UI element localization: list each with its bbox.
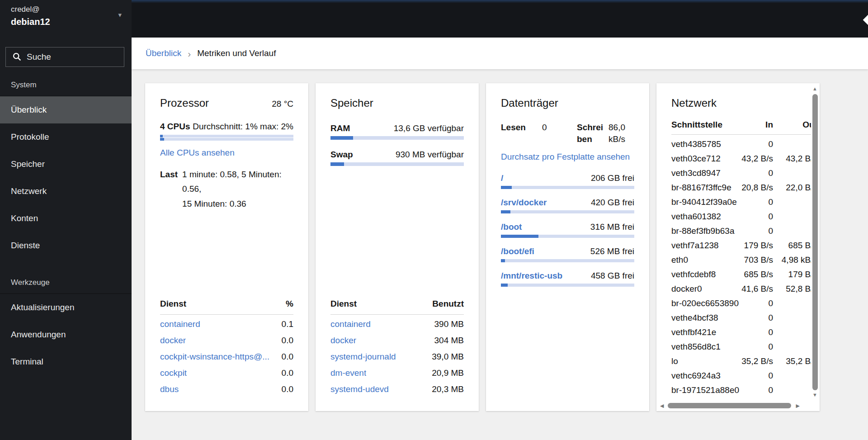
mount-path-link[interactable]: /mnt/restic-usb — [501, 271, 562, 281]
interface-name: br-88167f3ffc9e — [671, 183, 727, 193]
service-link[interactable]: dbus — [160, 384, 179, 394]
service-link[interactable]: systemd-udevd — [330, 384, 389, 394]
sidebar-item[interactable]: Protokolle — [0, 123, 132, 151]
cpu-service-table: Dienst % containerd 0.1 docker 0.0 — [160, 299, 293, 397]
cpu-temperature: 28 °C — [272, 99, 293, 109]
service-link[interactable]: containerd — [330, 319, 371, 329]
memory-meter: RAM 13,6 GB verfügbar — [330, 123, 464, 140]
service-link[interactable]: containerd — [160, 319, 200, 329]
sidebar-item[interactable]: Aktualisierungen — [0, 294, 132, 321]
clipped-edge-indicator — [863, 15, 868, 25]
search-input[interactable] — [5, 47, 124, 67]
interface-row: br-88ef3fb9b63a 0 0 — [671, 224, 811, 238]
load-values: 1 minute: 0.58, 5 Minuten: 0.56, 15 Minu… — [182, 167, 293, 211]
interface-name: vethe4bcf38 — [671, 313, 727, 323]
mount-path-link[interactable]: / — [501, 173, 503, 183]
breadcrumb-link-overview[interactable]: Überblick — [146, 48, 181, 58]
memory-meter-label: RAM — [330, 123, 350, 133]
column-used: Benutzt — [432, 299, 464, 309]
sidebar-item[interactable]: Netzwerk — [0, 178, 132, 205]
view-all-cpus-link[interactable]: Alle CPUs ansehen — [160, 148, 235, 158]
service-link[interactable]: dm-event — [330, 368, 366, 378]
cpu-card-title: Prozessor — [160, 97, 209, 109]
scroll-left-icon[interactable]: ◀ — [660, 403, 664, 408]
service-link[interactable]: cockpit — [160, 368, 187, 378]
interface-out: 0 — [773, 226, 811, 236]
service-row: docker 304 MB — [330, 332, 464, 349]
interface-name: br-88ef3fb9b63a — [671, 226, 727, 236]
column-out: Out — [773, 120, 811, 130]
interface-row: vetha601382 0 0 — [671, 209, 811, 224]
interface-row: veth856d8c1 0 0 — [671, 340, 811, 354]
mount-path-link[interactable]: /srv/docker — [501, 198, 547, 208]
sidebar-item[interactable]: Dienste — [0, 232, 132, 259]
masthead — [132, 0, 868, 38]
interface-name: lo — [671, 356, 727, 366]
interface-row: docker0 41,6 B/s 52,8 B/s — [671, 282, 811, 296]
service-value: 304 MB — [434, 336, 464, 345]
memory-service-table: Dienst Benutzt containerd 390 MB docker … — [330, 299, 464, 397]
interface-in: 0 — [727, 298, 773, 308]
interface-in: 703 B/s — [727, 255, 773, 265]
mount-row: / 206 GB frei — [501, 173, 634, 183]
interface-out: 0 — [773, 371, 811, 381]
vertical-scrollbar-thumb[interactable] — [812, 94, 818, 390]
horizontal-scrollbar[interactable]: ◀ ▶ — [660, 402, 808, 409]
disk-write-value: 86,0 kB/s — [609, 122, 634, 145]
service-link[interactable]: systemd-journald — [330, 352, 396, 362]
sidebar-item[interactable]: Anwendungen — [0, 321, 132, 348]
sidebar-item[interactable]: Terminal — [0, 348, 132, 375]
interface-row: eth0 703 B/s 4,98 kB/s — [671, 253, 811, 267]
interface-in: 0 — [727, 212, 773, 222]
interface-out: 52,8 B/s — [773, 284, 811, 294]
network-table-rows: veth4385785 0 0 veth03ce712 43,2 B/s 43,… — [671, 137, 811, 397]
interface-in: 179 B/s — [727, 241, 773, 251]
service-value: 0.0 — [282, 352, 293, 362]
nav-items: Aktualisierungen Anwendungen Terminal — [0, 293, 132, 375]
service-link[interactable]: docker — [160, 336, 186, 345]
chevron-down-icon[interactable]: ▾ — [118, 11, 122, 19]
interface-in: 41,6 B/s — [727, 284, 773, 294]
interface-name: eth0 — [671, 255, 727, 265]
memory-table-rows: containerd 390 MB docker 304 MB systemd-… — [330, 316, 464, 397]
interface-row: br-88167f3ffc9e 20,8 B/s 22,0 B/s — [671, 180, 811, 195]
service-row: dm-event 20,9 MB — [330, 365, 464, 381]
service-value: 0.0 — [282, 384, 293, 394]
mount-path-link[interactable]: /boot/efi — [501, 246, 534, 256]
host-switcher[interactable]: credel@ debian12 ▾ — [0, 0, 132, 38]
column-in: In — [727, 120, 773, 130]
memory-meter-row: RAM 13,6 GB verfügbar — [330, 123, 464, 133]
mount-free-value: 526 MB frei — [590, 246, 634, 256]
interface-name: br-020ec6653890 — [671, 298, 727, 308]
memory-meter: Swap 930 MB verfügbar — [330, 150, 464, 166]
horizontal-scrollbar-thumb[interactable] — [668, 403, 791, 408]
breadcrumb-separator-icon: › — [188, 49, 191, 58]
sidebar-item[interactable]: Speicher — [0, 151, 132, 178]
scroll-up-icon[interactable]: ▲ — [812, 86, 817, 91]
cpu-table-header: Dienst % — [160, 299, 293, 309]
scroll-right-icon[interactable]: ▶ — [796, 403, 800, 408]
table-divider — [330, 314, 464, 315]
mount-usage-fill — [501, 284, 508, 287]
memory-meter-value: 930 MB verfügbar — [396, 150, 464, 160]
service-value: 390 MB — [434, 319, 464, 329]
service-link[interactable]: docker — [330, 336, 356, 345]
sidebar-item-label: Anwendungen — [11, 330, 66, 340]
vertical-scrollbar[interactable]: ▲ ▼ — [812, 86, 818, 397]
scroll-down-icon[interactable]: ▼ — [812, 393, 817, 397]
sidebar-item[interactable]: Überblick — [0, 96, 132, 123]
disk-throughput-link[interactable]: Durchsatz pro Festplatte ansehen — [501, 152, 630, 162]
sidebar-item[interactable]: Konten — [0, 205, 132, 232]
mount-usage-bar — [501, 210, 634, 213]
service-row: containerd 0.1 — [160, 316, 293, 332]
interface-name: veth856d8c1 — [671, 342, 727, 352]
mount-path-link[interactable]: /boot — [501, 222, 522, 232]
mount-usage-fill — [501, 235, 538, 238]
interface-out: 0 — [773, 139, 811, 149]
interface-in: 0 — [727, 139, 773, 149]
memory-meter-bar — [330, 136, 464, 140]
interface-in: 43,2 B/s — [727, 154, 773, 164]
mount-usage-bar — [501, 259, 634, 262]
service-link[interactable]: cockpit-wsinstance-https@... — [160, 352, 269, 362]
sidebar-item-label: Netzwerk — [11, 186, 47, 196]
